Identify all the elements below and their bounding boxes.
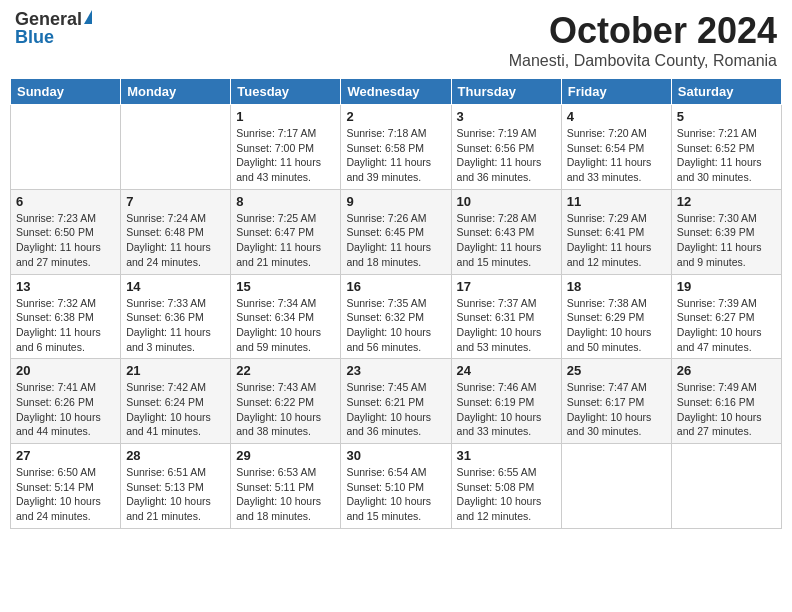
day-cell: 30Sunrise: 6:54 AMSunset: 5:10 PMDayligh… — [341, 444, 451, 529]
day-cell: 4Sunrise: 7:20 AMSunset: 6:54 PMDaylight… — [561, 105, 671, 190]
week-row-2: 6Sunrise: 7:23 AMSunset: 6:50 PMDaylight… — [11, 189, 782, 274]
day-info: Sunrise: 7:25 AMSunset: 6:47 PMDaylight:… — [236, 211, 335, 270]
day-number: 27 — [16, 448, 115, 463]
col-wednesday: Wednesday — [341, 79, 451, 105]
day-cell: 19Sunrise: 7:39 AMSunset: 6:27 PMDayligh… — [671, 274, 781, 359]
day-cell: 13Sunrise: 7:32 AMSunset: 6:38 PMDayligh… — [11, 274, 121, 359]
day-number: 14 — [126, 279, 225, 294]
day-number: 9 — [346, 194, 445, 209]
logo-general-text: General — [15, 10, 82, 28]
day-number: 28 — [126, 448, 225, 463]
day-number: 30 — [346, 448, 445, 463]
day-cell: 17Sunrise: 7:37 AMSunset: 6:31 PMDayligh… — [451, 274, 561, 359]
day-number: 23 — [346, 363, 445, 378]
day-info: Sunrise: 7:45 AMSunset: 6:21 PMDaylight:… — [346, 380, 445, 439]
day-cell: 16Sunrise: 7:35 AMSunset: 6:32 PMDayligh… — [341, 274, 451, 359]
location-title: Manesti, Dambovita County, Romania — [509, 52, 777, 70]
day-info: Sunrise: 7:24 AMSunset: 6:48 PMDaylight:… — [126, 211, 225, 270]
day-number: 12 — [677, 194, 776, 209]
day-cell: 27Sunrise: 6:50 AMSunset: 5:14 PMDayligh… — [11, 444, 121, 529]
calendar-header-row: Sunday Monday Tuesday Wednesday Thursday… — [11, 79, 782, 105]
day-info: Sunrise: 7:37 AMSunset: 6:31 PMDaylight:… — [457, 296, 556, 355]
week-row-3: 13Sunrise: 7:32 AMSunset: 6:38 PMDayligh… — [11, 274, 782, 359]
day-info: Sunrise: 7:46 AMSunset: 6:19 PMDaylight:… — [457, 380, 556, 439]
day-info: Sunrise: 7:39 AMSunset: 6:27 PMDaylight:… — [677, 296, 776, 355]
day-number: 16 — [346, 279, 445, 294]
day-cell: 11Sunrise: 7:29 AMSunset: 6:41 PMDayligh… — [561, 189, 671, 274]
day-info: Sunrise: 7:33 AMSunset: 6:36 PMDaylight:… — [126, 296, 225, 355]
day-number: 2 — [346, 109, 445, 124]
col-monday: Monday — [121, 79, 231, 105]
logo-blue-text: Blue — [15, 28, 54, 46]
day-number: 10 — [457, 194, 556, 209]
day-number: 29 — [236, 448, 335, 463]
day-cell: 5Sunrise: 7:21 AMSunset: 6:52 PMDaylight… — [671, 105, 781, 190]
day-info: Sunrise: 7:35 AMSunset: 6:32 PMDaylight:… — [346, 296, 445, 355]
day-cell: 1Sunrise: 7:17 AMSunset: 7:00 PMDaylight… — [231, 105, 341, 190]
day-number: 11 — [567, 194, 666, 209]
logo: General Blue — [15, 10, 92, 46]
day-cell: 3Sunrise: 7:19 AMSunset: 6:56 PMDaylight… — [451, 105, 561, 190]
col-sunday: Sunday — [11, 79, 121, 105]
day-number: 6 — [16, 194, 115, 209]
day-info: Sunrise: 7:47 AMSunset: 6:17 PMDaylight:… — [567, 380, 666, 439]
day-cell: 25Sunrise: 7:47 AMSunset: 6:17 PMDayligh… — [561, 359, 671, 444]
title-area: October 2024 Manesti, Dambovita County, … — [509, 10, 777, 70]
day-info: Sunrise: 6:54 AMSunset: 5:10 PMDaylight:… — [346, 465, 445, 524]
day-number: 15 — [236, 279, 335, 294]
day-info: Sunrise: 7:23 AMSunset: 6:50 PMDaylight:… — [16, 211, 115, 270]
day-cell: 10Sunrise: 7:28 AMSunset: 6:43 PMDayligh… — [451, 189, 561, 274]
day-info: Sunrise: 7:17 AMSunset: 7:00 PMDaylight:… — [236, 126, 335, 185]
col-tuesday: Tuesday — [231, 79, 341, 105]
day-cell: 26Sunrise: 7:49 AMSunset: 6:16 PMDayligh… — [671, 359, 781, 444]
day-cell — [11, 105, 121, 190]
day-info: Sunrise: 7:21 AMSunset: 6:52 PMDaylight:… — [677, 126, 776, 185]
day-info: Sunrise: 7:32 AMSunset: 6:38 PMDaylight:… — [16, 296, 115, 355]
day-number: 19 — [677, 279, 776, 294]
col-thursday: Thursday — [451, 79, 561, 105]
day-info: Sunrise: 7:34 AMSunset: 6:34 PMDaylight:… — [236, 296, 335, 355]
day-number: 21 — [126, 363, 225, 378]
day-cell: 2Sunrise: 7:18 AMSunset: 6:58 PMDaylight… — [341, 105, 451, 190]
day-number: 22 — [236, 363, 335, 378]
day-info: Sunrise: 7:42 AMSunset: 6:24 PMDaylight:… — [126, 380, 225, 439]
day-info: Sunrise: 6:53 AMSunset: 5:11 PMDaylight:… — [236, 465, 335, 524]
day-cell: 12Sunrise: 7:30 AMSunset: 6:39 PMDayligh… — [671, 189, 781, 274]
day-number: 26 — [677, 363, 776, 378]
day-cell — [671, 444, 781, 529]
day-cell: 22Sunrise: 7:43 AMSunset: 6:22 PMDayligh… — [231, 359, 341, 444]
day-number: 17 — [457, 279, 556, 294]
day-cell: 18Sunrise: 7:38 AMSunset: 6:29 PMDayligh… — [561, 274, 671, 359]
day-info: Sunrise: 7:18 AMSunset: 6:58 PMDaylight:… — [346, 126, 445, 185]
day-number: 20 — [16, 363, 115, 378]
day-number: 1 — [236, 109, 335, 124]
day-info: Sunrise: 7:43 AMSunset: 6:22 PMDaylight:… — [236, 380, 335, 439]
col-friday: Friday — [561, 79, 671, 105]
day-number: 13 — [16, 279, 115, 294]
calendar-table: Sunday Monday Tuesday Wednesday Thursday… — [10, 78, 782, 529]
week-row-5: 27Sunrise: 6:50 AMSunset: 5:14 PMDayligh… — [11, 444, 782, 529]
day-info: Sunrise: 6:55 AMSunset: 5:08 PMDaylight:… — [457, 465, 556, 524]
day-info: Sunrise: 7:41 AMSunset: 6:26 PMDaylight:… — [16, 380, 115, 439]
day-cell: 21Sunrise: 7:42 AMSunset: 6:24 PMDayligh… — [121, 359, 231, 444]
day-cell: 14Sunrise: 7:33 AMSunset: 6:36 PMDayligh… — [121, 274, 231, 359]
day-cell: 20Sunrise: 7:41 AMSunset: 6:26 PMDayligh… — [11, 359, 121, 444]
day-number: 25 — [567, 363, 666, 378]
day-cell: 31Sunrise: 6:55 AMSunset: 5:08 PMDayligh… — [451, 444, 561, 529]
day-cell: 6Sunrise: 7:23 AMSunset: 6:50 PMDaylight… — [11, 189, 121, 274]
day-info: Sunrise: 6:51 AMSunset: 5:13 PMDaylight:… — [126, 465, 225, 524]
day-info: Sunrise: 7:19 AMSunset: 6:56 PMDaylight:… — [457, 126, 556, 185]
day-info: Sunrise: 7:29 AMSunset: 6:41 PMDaylight:… — [567, 211, 666, 270]
day-cell: 8Sunrise: 7:25 AMSunset: 6:47 PMDaylight… — [231, 189, 341, 274]
day-number: 4 — [567, 109, 666, 124]
col-saturday: Saturday — [671, 79, 781, 105]
week-row-1: 1Sunrise: 7:17 AMSunset: 7:00 PMDaylight… — [11, 105, 782, 190]
day-number: 7 — [126, 194, 225, 209]
day-cell — [121, 105, 231, 190]
day-cell — [561, 444, 671, 529]
day-info: Sunrise: 7:49 AMSunset: 6:16 PMDaylight:… — [677, 380, 776, 439]
day-cell: 7Sunrise: 7:24 AMSunset: 6:48 PMDaylight… — [121, 189, 231, 274]
day-cell: 23Sunrise: 7:45 AMSunset: 6:21 PMDayligh… — [341, 359, 451, 444]
day-cell: 15Sunrise: 7:34 AMSunset: 6:34 PMDayligh… — [231, 274, 341, 359]
day-number: 24 — [457, 363, 556, 378]
